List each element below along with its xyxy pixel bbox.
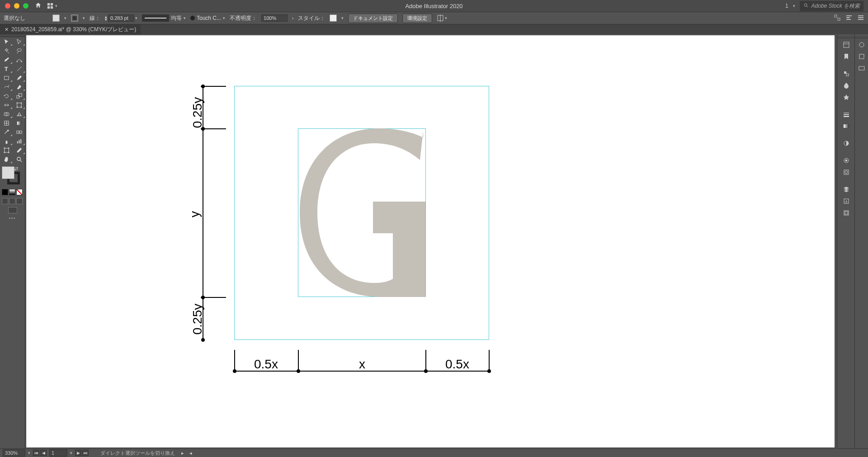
glyph-g-artwork[interactable] — [300, 128, 425, 297]
artboard-tool[interactable] — [0, 146, 13, 155]
color-panel-button[interactable] — [840, 68, 853, 79]
chevron-down-icon[interactable]: ▾ — [64, 16, 66, 20]
hand-tool[interactable] — [0, 155, 13, 164]
align-to-button[interactable]: ▾ — [437, 14, 447, 22]
chevron-down-icon[interactable]: ▾ — [341, 16, 344, 20]
line-tool[interactable] — [13, 64, 25, 73]
opacity-value[interactable]: 100% — [261, 14, 288, 22]
stroke-weight-stepper[interactable]: ▴▾ 0.283 pt ▾ — [105, 14, 137, 22]
style-swatch[interactable] — [330, 14, 337, 22]
chevron-down-icon[interactable]: ▾ — [83, 16, 85, 20]
draw-normal-button[interactable] — [2, 198, 8, 204]
free-transform-tool[interactable] — [13, 100, 25, 109]
artboards-panel-button[interactable] — [840, 207, 853, 218]
scale-tool[interactable] — [13, 91, 25, 100]
stroke-profile[interactable]: 均等 ▾ — [142, 14, 186, 22]
draw-behind-button[interactable] — [9, 198, 15, 204]
lasso-tool[interactable] — [13, 46, 25, 55]
status-overflow-arrow[interactable]: ◂ — [189, 450, 192, 456]
brush-def[interactable]: Touch C... ▾ — [190, 15, 225, 21]
next-artboard-button[interactable]: ▶ — [75, 450, 81, 456]
panel-icon[interactable] — [855, 51, 868, 62]
layers-panel-button[interactable] — [840, 184, 853, 195]
panel-grip[interactable] — [838, 36, 854, 39]
panel-menu-icon[interactable] — [857, 14, 864, 23]
svg-rect-40 — [17, 141, 18, 143]
zoom-level[interactable]: 330% — [3, 449, 25, 457]
pen-tool[interactable] — [0, 55, 13, 64]
chevron-down-icon[interactable]: ▾ — [70, 451, 72, 455]
color-gradient-button[interactable] — [9, 189, 15, 195]
artboard-number-input[interactable]: 1 — [49, 449, 67, 457]
panel-icon[interactable] — [855, 63, 868, 74]
close-window-button[interactable] — [5, 3, 10, 9]
swap-colors-icon[interactable]: ⇄ — [14, 166, 20, 172]
minimize-window-button[interactable] — [14, 3, 19, 9]
document-setup-button[interactable]: ドキュメント設定 — [348, 14, 398, 23]
perspective-grid-tool[interactable] — [13, 109, 25, 118]
rectangle-tool[interactable] — [0, 73, 13, 82]
stroke-swatch[interactable] — [71, 14, 78, 22]
shape-builder-tool[interactable] — [0, 109, 13, 118]
gradient-panel-button[interactable] — [840, 121, 853, 132]
column-graph-tool[interactable] — [13, 137, 25, 146]
transform-icon[interactable] — [834, 14, 841, 23]
canvas[interactable]: 0.25y y 0.25y 0.5x x 0.5x — [26, 35, 836, 448]
eyedropper-tool[interactable] — [0, 127, 13, 137]
status-menu-arrow[interactable]: ▸ — [181, 450, 184, 456]
slice-tool[interactable] — [13, 146, 25, 155]
graphic-styles-panel-button[interactable] — [840, 167, 853, 178]
properties-panel-button[interactable] — [840, 39, 853, 50]
canvas-viewport[interactable]: 0.25y y 0.25y 0.5x x 0.5x — [25, 34, 837, 448]
stroke-weight-value[interactable]: 0.283 pt — [108, 14, 134, 22]
width-tool[interactable] — [0, 100, 13, 109]
document-tab[interactable]: ✕ 20180524_205859.ai* @ 330% (CMYK/プレビュー… — [0, 24, 141, 34]
chevron-down-icon[interactable]: ▾ — [28, 451, 30, 455]
magic-wand-tool[interactable] — [0, 46, 13, 55]
maximize-window-button[interactable] — [23, 3, 28, 9]
panel-grip[interactable] — [855, 36, 868, 39]
screen-mode-button[interactable] — [0, 205, 25, 215]
last-artboard-button[interactable]: ⏭ — [82, 450, 89, 456]
paintbrush-tool[interactable] — [13, 73, 25, 82]
prev-artboard-button[interactable]: ◀ — [40, 450, 47, 456]
first-artboard-button[interactable]: ⏮ — [33, 450, 39, 456]
brushes-panel-button[interactable] — [840, 92, 853, 103]
symbol-sprayer-tool[interactable] — [0, 137, 13, 146]
color-proxy[interactable]: ⇄ — [2, 166, 20, 184]
chevron-down-icon[interactable]: ▾ — [793, 4, 795, 8]
edit-toolbar-button[interactable]: ••• — [0, 215, 25, 221]
draw-inside-button[interactable] — [16, 198, 23, 204]
align-icon[interactable] — [845, 14, 853, 23]
workspace-switcher[interactable]: ▾ — [47, 3, 57, 9]
selection-tool[interactable] — [0, 37, 13, 46]
fill-swatch[interactable] — [52, 14, 60, 22]
preferences-button[interactable]: 環境設定 — [402, 14, 432, 23]
transparency-panel-button[interactable] — [840, 138, 853, 149]
color-solid-button[interactable] — [2, 189, 8, 195]
direct-selection-tool[interactable] — [13, 37, 25, 46]
stock-search[interactable]: Adobe Stock を検索 — [800, 1, 863, 11]
blend-tool[interactable] — [13, 127, 25, 137]
gradient-tool[interactable] — [13, 118, 25, 127]
stroke-panel-button[interactable] — [840, 109, 853, 120]
close-tab-button[interactable]: ✕ — [5, 27, 9, 33]
mesh-tool[interactable] — [0, 118, 13, 127]
libraries-panel-button[interactable] — [840, 51, 853, 62]
fill-color-proxy[interactable] — [2, 166, 14, 179]
color-none-button[interactable] — [16, 189, 23, 195]
zoom-tool[interactable] — [13, 155, 25, 164]
canvas-resize-handle[interactable] — [835, 35, 836, 448]
curvature-tool[interactable] — [13, 55, 25, 64]
shaper-tool[interactable] — [0, 82, 13, 91]
asset-export-panel-button[interactable] — [840, 196, 853, 207]
home-button[interactable] — [35, 2, 42, 10]
rotate-tool[interactable] — [0, 91, 13, 100]
type-tool[interactable]: T — [0, 64, 13, 73]
opacity-arrow-icon[interactable]: › — [292, 16, 293, 21]
eraser-tool[interactable] — [13, 82, 25, 91]
appearance-panel-button[interactable] — [840, 155, 853, 166]
stroke-label: 線： — [90, 14, 100, 22]
swatches-panel-button[interactable] — [840, 80, 853, 91]
panel-icon[interactable] — [855, 39, 868, 50]
